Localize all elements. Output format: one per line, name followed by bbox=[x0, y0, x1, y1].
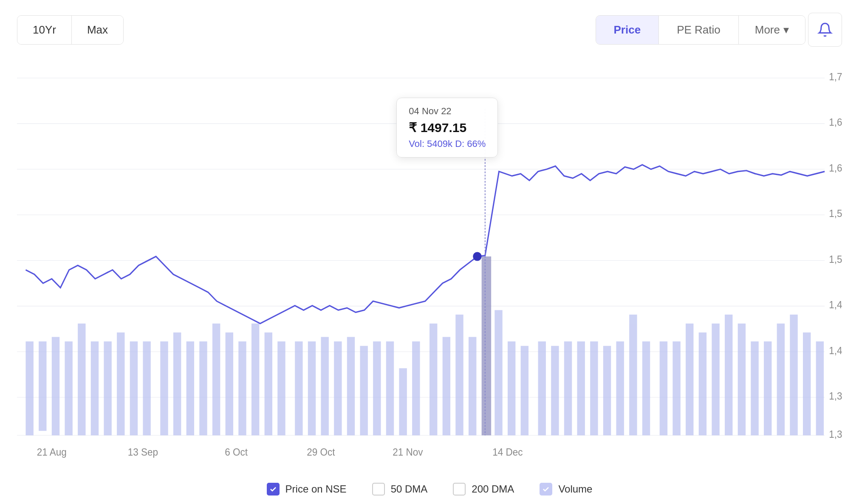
svg-text:1,650: 1,650 bbox=[829, 117, 842, 128]
svg-rect-29 bbox=[143, 341, 150, 435]
svg-text:1,700: 1,700 bbox=[829, 71, 842, 82]
svg-rect-24 bbox=[78, 324, 85, 435]
svg-text:1,350: 1,350 bbox=[829, 391, 842, 402]
200dma-checkbox[interactable] bbox=[453, 483, 466, 496]
svg-rect-22 bbox=[52, 337, 59, 436]
svg-rect-25 bbox=[91, 341, 99, 435]
svg-text:21 Nov: 21 Nov bbox=[393, 446, 423, 457]
check-icon-volume bbox=[542, 485, 550, 493]
legend-50dma: 50 DMA bbox=[372, 483, 428, 496]
svg-rect-37 bbox=[251, 324, 259, 435]
svg-text:14 Dec: 14 Dec bbox=[492, 446, 523, 457]
volume-checkbox[interactable] bbox=[540, 483, 552, 496]
svg-text:6 Oct: 6 Oct bbox=[225, 446, 248, 457]
svg-text:1,600: 1,600 bbox=[829, 163, 842, 174]
svg-rect-34 bbox=[212, 324, 220, 435]
svg-rect-73 bbox=[738, 324, 746, 435]
svg-rect-46 bbox=[373, 341, 381, 435]
50dma-checkbox[interactable] bbox=[372, 483, 385, 496]
svg-rect-31 bbox=[173, 332, 181, 435]
svg-text:21 Aug: 21 Aug bbox=[37, 446, 67, 457]
price-nse-label: Price on NSE bbox=[285, 483, 347, 495]
svg-rect-59 bbox=[551, 346, 559, 436]
max-button[interactable]: Max bbox=[72, 16, 123, 44]
svg-rect-26 bbox=[104, 341, 111, 435]
svg-text:1,400: 1,400 bbox=[829, 345, 842, 356]
svg-rect-55 bbox=[494, 310, 502, 435]
svg-rect-69 bbox=[686, 324, 693, 435]
svg-rect-39 bbox=[277, 341, 285, 435]
svg-rect-75 bbox=[764, 341, 771, 435]
200dma-label: 200 DMA bbox=[472, 483, 514, 495]
svg-text:1,300: 1,300 bbox=[829, 428, 842, 439]
more-label: More bbox=[755, 23, 780, 37]
svg-rect-54 bbox=[482, 256, 491, 435]
chart-container: 10Yr Max Price PE Ratio More ▾ bbox=[0, 0, 859, 504]
svg-rect-27 bbox=[117, 332, 124, 435]
svg-rect-43 bbox=[334, 341, 342, 435]
view-button-group: Price PE Ratio More ▾ bbox=[596, 15, 805, 45]
svg-rect-41 bbox=[308, 341, 316, 435]
svg-rect-68 bbox=[673, 341, 680, 435]
svg-rect-42 bbox=[321, 337, 328, 436]
svg-text:29 Oct: 29 Oct bbox=[307, 446, 335, 457]
volume-bars bbox=[25, 256, 824, 435]
volume-label: Volume bbox=[558, 483, 592, 495]
svg-rect-74 bbox=[751, 341, 758, 435]
svg-rect-49 bbox=[412, 341, 420, 435]
10yr-button[interactable]: 10Yr bbox=[17, 16, 72, 44]
svg-rect-72 bbox=[725, 315, 732, 435]
bell-button[interactable] bbox=[808, 13, 842, 47]
svg-rect-53 bbox=[469, 337, 476, 436]
bell-icon bbox=[817, 22, 833, 37]
tooltip-dot bbox=[473, 252, 481, 261]
svg-rect-36 bbox=[238, 341, 246, 435]
svg-rect-30 bbox=[160, 341, 168, 435]
svg-rect-64 bbox=[616, 341, 624, 435]
svg-rect-70 bbox=[699, 332, 706, 435]
legend-row: Price on NSE 50 DMA 200 DMA Volume bbox=[17, 471, 842, 504]
check-icon bbox=[269, 485, 277, 493]
svg-text:13 Sep: 13 Sep bbox=[128, 446, 158, 457]
svg-rect-35 bbox=[226, 332, 233, 435]
svg-rect-52 bbox=[455, 315, 463, 435]
svg-rect-79 bbox=[816, 341, 824, 435]
svg-rect-50 bbox=[430, 324, 437, 435]
legend-price-nse: Price on NSE bbox=[267, 483, 347, 496]
svg-rect-32 bbox=[186, 341, 194, 435]
svg-rect-20 bbox=[25, 341, 33, 435]
pe-ratio-button[interactable]: PE Ratio bbox=[659, 16, 739, 44]
svg-rect-62 bbox=[590, 341, 598, 435]
svg-rect-48 bbox=[399, 368, 407, 435]
svg-rect-21 bbox=[39, 341, 46, 431]
svg-rect-58 bbox=[538, 341, 546, 435]
svg-text:1,500: 1,500 bbox=[829, 253, 842, 265]
time-button-group: 10Yr Max bbox=[17, 15, 124, 45]
toolbar: 10Yr Max Price PE Ratio More ▾ bbox=[17, 13, 842, 47]
svg-text:1,550: 1,550 bbox=[829, 208, 842, 219]
svg-rect-61 bbox=[577, 341, 585, 435]
svg-rect-67 bbox=[660, 341, 667, 435]
chevron-down-icon: ▾ bbox=[783, 23, 789, 37]
50dma-label: 50 DMA bbox=[391, 483, 428, 495]
svg-rect-40 bbox=[295, 341, 302, 435]
price-line bbox=[25, 165, 825, 324]
legend-200dma: 200 DMA bbox=[453, 483, 514, 496]
svg-text:1,450: 1,450 bbox=[829, 299, 842, 310]
price-button[interactable]: Price bbox=[596, 16, 659, 44]
svg-rect-33 bbox=[199, 341, 207, 435]
right-controls: Price PE Ratio More ▾ bbox=[596, 13, 842, 47]
svg-rect-71 bbox=[712, 324, 719, 435]
svg-rect-45 bbox=[360, 346, 367, 436]
price-nse-checkbox[interactable] bbox=[267, 483, 280, 496]
svg-rect-28 bbox=[130, 341, 138, 435]
svg-rect-51 bbox=[443, 337, 450, 436]
price-chart: 1,700 1,650 1,600 1,550 1,500 1,450 1,40… bbox=[17, 55, 842, 467]
svg-rect-47 bbox=[386, 341, 394, 435]
more-button[interactable]: More ▾ bbox=[739, 16, 805, 44]
svg-rect-44 bbox=[347, 337, 355, 436]
svg-rect-77 bbox=[790, 315, 797, 435]
svg-rect-60 bbox=[564, 341, 572, 435]
svg-rect-56 bbox=[508, 341, 515, 435]
chart-area: 1,700 1,650 1,600 1,550 1,500 1,450 1,40… bbox=[17, 55, 842, 467]
